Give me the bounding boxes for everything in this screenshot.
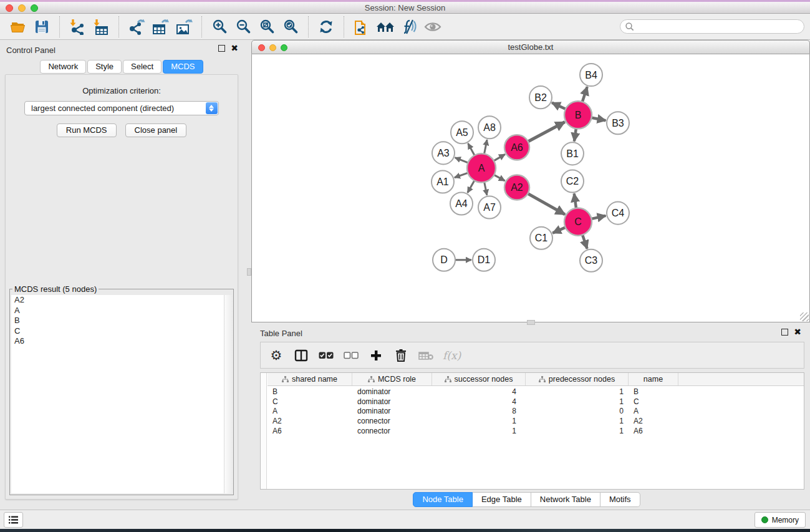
- table-row[interactable]: A6connector11A6: [268, 426, 804, 436]
- save-session-button[interactable]: [30, 16, 54, 38]
- table-cell[interactable]: A6: [629, 427, 678, 435]
- left-splitter-handle[interactable]: [247, 268, 251, 276]
- table-cell[interactable]: 0: [526, 407, 629, 415]
- table-cell[interactable]: 1: [526, 427, 629, 435]
- graph-edge-A6-B[interactable]: [528, 122, 565, 142]
- open-session-button[interactable]: [6, 16, 30, 38]
- tab-select[interactable]: Select: [123, 60, 162, 74]
- tab-edge-table[interactable]: Edge Table: [473, 492, 531, 507]
- table-row[interactable]: Adominator80A: [268, 407, 804, 417]
- table-cell[interactable]: A6: [268, 427, 352, 435]
- export-image-button[interactable]: [172, 16, 196, 38]
- table-cell[interactable]: C: [268, 397, 352, 406]
- graph-edge-C-C2[interactable]: [574, 193, 576, 208]
- graph-edge-B-B2[interactable]: [552, 103, 566, 110]
- table-cell[interactable]: dominator: [352, 397, 432, 406]
- table-cell[interactable]: 1: [526, 397, 629, 406]
- refresh-layout-button[interactable]: [314, 16, 338, 38]
- graph-edge-A2-C[interactable]: [528, 193, 566, 215]
- float-panel-icon[interactable]: [218, 45, 225, 52]
- graph-edge-C-C4[interactable]: [591, 216, 606, 219]
- graph-edge-A-A3[interactable]: [455, 158, 469, 163]
- table-cell[interactable]: connector: [352, 427, 432, 435]
- run-mcds-button[interactable]: Run MCDS: [57, 123, 117, 137]
- graph-edge-A-A7[interactable]: [484, 181, 487, 195]
- graph-edge-A-A5[interactable]: [468, 143, 475, 156]
- column-header-MCDS-role[interactable]: MCDS role: [352, 373, 432, 385]
- graph-edge-A-A2[interactable]: [493, 175, 504, 181]
- result-item[interactable]: B: [11, 316, 232, 326]
- result-item[interactable]: C: [11, 326, 232, 337]
- table-settings-button[interactable]: ⚙: [268, 346, 284, 365]
- tab-style[interactable]: Style: [87, 60, 122, 74]
- import-network-button[interactable]: [65, 16, 89, 38]
- table-cell[interactable]: C: [629, 397, 678, 406]
- tab-mcds[interactable]: MCDS: [163, 60, 203, 74]
- graph-edge-A-A8[interactable]: [484, 140, 487, 155]
- zoom-selected-button[interactable]: [279, 16, 302, 38]
- table-cell[interactable]: 1: [432, 427, 526, 435]
- table-row[interactable]: Bdominator41B: [268, 387, 804, 397]
- float-table-panel-icon[interactable]: [781, 329, 788, 336]
- result-item[interactable]: A2: [11, 295, 232, 306]
- column-header-predecessor-nodes[interactable]: predecessor nodes: [526, 373, 629, 385]
- table-cell[interactable]: 1: [432, 417, 526, 425]
- minimize-network-button[interactable]: [269, 44, 276, 51]
- node-table[interactable]: shared nameMCDS rolesuccessor nodesprede…: [260, 372, 804, 490]
- split-columns-button[interactable]: [293, 346, 309, 365]
- table-cell[interactable]: A2: [629, 417, 678, 425]
- graph-edge-B-B4[interactable]: [582, 87, 587, 102]
- zoom-in-button[interactable]: [208, 16, 231, 38]
- zoom-out-button[interactable]: [231, 16, 255, 38]
- graph-edge-A-A4[interactable]: [468, 180, 475, 193]
- delete-columns-button[interactable]: [393, 346, 409, 365]
- add-column-button[interactable]: [368, 346, 384, 365]
- criterion-dropdown[interactable]: largest connected component (directed): [24, 101, 219, 115]
- table-row[interactable]: A2connector11A2: [268, 416, 804, 426]
- task-history-button[interactable]: [4, 512, 23, 528]
- graph-edge-A-A1[interactable]: [455, 173, 468, 178]
- close-panel-icon[interactable]: ✖: [231, 45, 238, 52]
- close-network-button[interactable]: [258, 44, 265, 51]
- table-cell[interactable]: dominator: [352, 387, 432, 396]
- graph-edge-C-C3[interactable]: [582, 235, 587, 249]
- toggle-node-labels-button[interactable]: [397, 16, 421, 38]
- tab-node-table[interactable]: Node Table: [413, 492, 473, 507]
- new-network-from-selection-button[interactable]: [350, 16, 374, 38]
- graph-edge-B-B3[interactable]: [591, 117, 606, 120]
- window-resize-grip[interactable]: [800, 312, 809, 321]
- deselect-all-rows-button[interactable]: [343, 346, 359, 365]
- function-builder-button[interactable]: f(x): [443, 346, 461, 365]
- show-graphics-details-button[interactable]: [421, 16, 445, 38]
- table-cell[interactable]: B: [629, 387, 678, 396]
- first-neighbors-button[interactable]: [374, 16, 397, 38]
- search-input[interactable]: [635, 21, 804, 32]
- column-header-shared-name[interactable]: shared name: [268, 373, 352, 385]
- table-cell[interactable]: 1: [526, 387, 629, 396]
- tab-motifs[interactable]: Motifs: [600, 492, 640, 507]
- zoom-fit-button[interactable]: [255, 16, 279, 38]
- export-table-button[interactable]: [148, 16, 172, 38]
- zoom-network-button[interactable]: [281, 44, 287, 51]
- export-network-button[interactable]: [125, 16, 148, 38]
- select-all-rows-button[interactable]: [318, 346, 334, 365]
- network-window-titlebar[interactable]: testGlobe.txt: [251, 40, 810, 54]
- close-panel-button[interactable]: Close panel: [125, 123, 187, 137]
- result-scrollbar[interactable]: [224, 295, 232, 493]
- network-graph[interactable]: AA1A2A3A4A5A6A7A8BB1B2B3B4CC1C2C3C4DD1: [252, 54, 809, 322]
- table-cell[interactable]: A2: [268, 417, 352, 425]
- graph-edge-C-C1[interactable]: [552, 227, 566, 233]
- network-canvas[interactable]: AA1A2A3A4A5A6A7A8BB1B2B3B4CC1C2C3C4DD1: [251, 54, 810, 322]
- close-table-panel-icon[interactable]: ✖: [794, 329, 801, 336]
- table-cell[interactable]: 8: [432, 407, 526, 415]
- table-cell[interactable]: 1: [526, 417, 629, 425]
- table-row[interactable]: Cdominator41C: [268, 397, 804, 407]
- import-table-button[interactable]: [89, 16, 113, 38]
- table-cell[interactable]: A: [268, 407, 352, 415]
- result-item[interactable]: A6: [11, 336, 232, 347]
- tab-network[interactable]: Network: [40, 60, 86, 74]
- table-cell[interactable]: B: [268, 387, 352, 396]
- table-cell[interactable]: 4: [432, 387, 526, 396]
- graph-edge-B-B1[interactable]: [574, 128, 576, 141]
- tab-network-table[interactable]: Network Table: [531, 492, 600, 507]
